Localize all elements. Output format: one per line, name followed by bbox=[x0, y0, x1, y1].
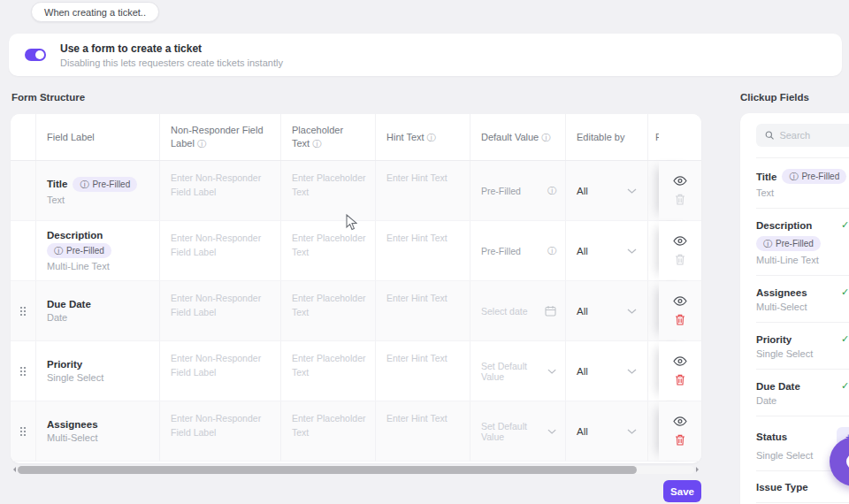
row-actions bbox=[659, 161, 701, 220]
col-default-value-text: Default Value bbox=[481, 132, 539, 142]
app-frame: When creating a ticket.. Use a form to c… bbox=[0, 0, 849, 504]
hint-text-input[interactable]: Enter Hint Text bbox=[375, 221, 470, 280]
non-responder-input[interactable]: Enter Non-Responder Field Label bbox=[159, 221, 280, 280]
editable-by-value: All bbox=[577, 186, 588, 196]
delete-row-button[interactable] bbox=[675, 314, 685, 325]
row-actions bbox=[659, 341, 701, 401]
col-non-responder: Non-Responder Field Labelⓘ bbox=[159, 114, 280, 160]
drag-handle[interactable] bbox=[11, 221, 35, 280]
editable-by-dropdown[interactable]: All bbox=[565, 221, 647, 280]
when-creating-ticket-chip[interactable]: When creating a ticket.. bbox=[31, 2, 159, 22]
default-prefilled: Pre-Filled ⓘ bbox=[481, 245, 556, 257]
save-button[interactable]: Save bbox=[663, 480, 701, 502]
info-icon[interactable]: ⓘ bbox=[541, 133, 550, 142]
info-icon[interactable]: ⓘ bbox=[547, 245, 556, 257]
prefilled-badge: ⓘPre-Filled bbox=[782, 169, 846, 184]
non-responder-input[interactable]: Enter Non-Responder Field Label bbox=[159, 281, 280, 340]
eye-icon bbox=[673, 296, 687, 306]
clickup-field-item[interactable]: Assignees ✓ Added Multi-Select bbox=[756, 275, 849, 322]
non-responder-input[interactable]: Enter Non-Responder Field Label bbox=[159, 401, 280, 461]
form-structure-table: Field Label Non-Responder Field Labelⓘ P… bbox=[11, 114, 701, 463]
placeholder-text-input[interactable]: Enter Placeholder Text bbox=[280, 401, 375, 461]
required-cell-clipped bbox=[647, 281, 659, 340]
hint-text-input[interactable]: Enter Hint Text bbox=[375, 161, 470, 220]
default-date-picker[interactable]: Select date bbox=[481, 305, 556, 317]
visibility-eye-button[interactable] bbox=[673, 176, 687, 186]
hint-text-input[interactable]: Enter Hint Text bbox=[375, 281, 470, 340]
editable-by-value: All bbox=[577, 426, 588, 437]
form-structure-title: Form Structure bbox=[11, 92, 85, 103]
col-default-value: Default Valueⓘ bbox=[470, 114, 565, 160]
info-icon[interactable]: ⓘ bbox=[197, 139, 206, 149]
drag-handle[interactable] bbox=[11, 341, 35, 401]
form-field-row: Assignees Multi-Select Enter Non-Respond… bbox=[11, 401, 701, 462]
col-placeholder: Placeholder Textⓘ bbox=[280, 114, 375, 160]
form-field-row: Description ⓘPre-Filled Multi-Line Text … bbox=[11, 221, 701, 281]
chevron-down-icon bbox=[547, 369, 556, 374]
placeholder-text-input[interactable]: Enter Placeholder Text bbox=[280, 341, 375, 401]
editable-by-dropdown[interactable]: All bbox=[565, 341, 647, 401]
col-editable-by: Editable by bbox=[565, 114, 647, 160]
col-field-label-text: Field Label bbox=[47, 131, 95, 144]
placeholder-text-input[interactable]: Enter Placeholder Text bbox=[280, 281, 375, 340]
trash-icon bbox=[675, 434, 685, 446]
eye-icon bbox=[673, 356, 687, 366]
form-field-row: Priority Single Select Enter Non-Respond… bbox=[11, 341, 701, 401]
fields-search-input[interactable] bbox=[779, 130, 849, 141]
search-icon bbox=[765, 130, 774, 141]
check-icon: ✓ bbox=[841, 219, 849, 231]
drag-handle[interactable] bbox=[11, 161, 35, 220]
drag-handle[interactable] bbox=[11, 281, 35, 340]
col-hint-text: Hint Text bbox=[386, 132, 424, 142]
drag-handle[interactable] bbox=[11, 401, 35, 461]
toggle-subtitle: Disabling this lets requesters create ti… bbox=[60, 57, 283, 68]
required-cell-clipped bbox=[647, 401, 659, 461]
delete-row-button[interactable] bbox=[675, 374, 685, 386]
visibility-eye-button[interactable] bbox=[673, 356, 687, 366]
info-icon: ⓘ bbox=[789, 171, 798, 182]
clickup-field-item[interactable]: Due Date ✓ Added Date bbox=[756, 369, 849, 416]
horizontal-scrollbar bbox=[11, 465, 701, 475]
visibility-eye-button[interactable] bbox=[673, 236, 687, 246]
use-form-toggle[interactable] bbox=[25, 49, 46, 61]
field-label-cell: Title ⓘPre-Filled Text bbox=[35, 161, 159, 220]
field-type: Date bbox=[47, 312, 150, 323]
clickup-field-item[interactable]: Description ✓ Added ⓘPre-Filled Multi-Li… bbox=[756, 208, 849, 275]
non-responder-input[interactable]: Enter Non-Responder Field Label bbox=[159, 341, 280, 401]
scrollbar-thumb[interactable] bbox=[18, 466, 637, 474]
prefilled-badge: ⓘPre-Filled bbox=[47, 243, 111, 258]
field-type: Single Select bbox=[47, 372, 150, 383]
editable-by-dropdown[interactable]: All bbox=[565, 161, 647, 220]
visibility-eye-button[interactable] bbox=[673, 296, 687, 306]
field-type: Multi-Line Text bbox=[47, 261, 150, 271]
clickup-fields-panel: Title ⓘPre-Filled ✓ Added Text Descripti… bbox=[740, 113, 849, 504]
date-placeholder: Select date bbox=[481, 306, 528, 317]
col-field-label: Field Label bbox=[35, 114, 159, 160]
fields-search-box[interactable] bbox=[756, 124, 849, 147]
info-icon[interactable]: ⓘ bbox=[312, 139, 321, 149]
info-icon[interactable]: ⓘ bbox=[427, 133, 436, 142]
hint-text-input[interactable]: Enter Hint Text bbox=[375, 401, 470, 461]
visibility-eye-button[interactable] bbox=[673, 416, 687, 426]
delete-row-button[interactable] bbox=[675, 434, 685, 446]
scroll-left-arrow[interactable] bbox=[11, 467, 16, 472]
col-hint: Hint Textⓘ bbox=[375, 114, 470, 160]
hint-text-input[interactable]: Enter Hint Text bbox=[375, 341, 470, 401]
toggle-title: Use a form to create a ticket bbox=[60, 42, 283, 55]
clickup-field-type: Single Select bbox=[756, 348, 849, 359]
scroll-right-arrow[interactable] bbox=[696, 467, 701, 472]
clickup-field-item[interactable]: Priority ✓ Added Single Select bbox=[756, 322, 849, 369]
editable-by-dropdown[interactable]: All bbox=[565, 281, 647, 340]
added-status: ✓ Added bbox=[841, 286, 849, 298]
default-select[interactable]: Set Default Value bbox=[481, 421, 556, 442]
placeholder-text-input[interactable]: Enter Placeholder Text bbox=[280, 161, 375, 220]
default-select[interactable]: Set Default Value bbox=[481, 361, 556, 382]
trash-icon bbox=[675, 374, 685, 386]
editable-by-dropdown[interactable]: All bbox=[565, 401, 647, 461]
info-icon[interactable]: ⓘ bbox=[547, 185, 556, 197]
form-field-row: Title ⓘPre-Filled Text Enter Non-Respond… bbox=[11, 161, 701, 221]
non-responder-input[interactable]: Enter Non-Responder Field Label bbox=[159, 161, 280, 220]
clickup-field-item[interactable]: Title ⓘPre-Filled ✓ Added Text bbox=[756, 158, 849, 208]
required-cell-clipped bbox=[647, 341, 659, 401]
placeholder-text-input[interactable]: Enter Placeholder Text bbox=[280, 221, 375, 280]
